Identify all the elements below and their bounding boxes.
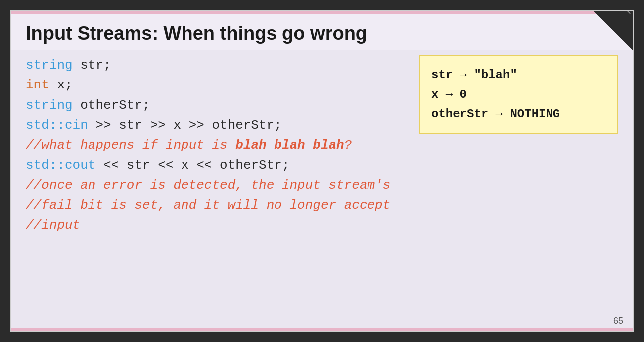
code-normal-4: >> str >> x >> otherStr; (88, 118, 282, 133)
code-block: string str; int x; string otherStr; std:… (26, 55, 409, 236)
code-line-1: string str; (26, 55, 409, 75)
code-normal-2: x; (49, 78, 73, 92)
code-line-8: //fail bit is set, and it will no longer… (26, 195, 409, 215)
keyword-string-2: string (26, 98, 73, 113)
comment-2: //once an error is detected, the input s… (26, 178, 390, 193)
code-line-5: //what happens if input is blah blah bla… (26, 135, 409, 155)
slide: Input Streams: When things go wrong stri… (10, 10, 634, 332)
fold-line (595, 11, 631, 14)
page-number: 65 (613, 316, 623, 326)
code-normal-3: otherStr; (73, 98, 150, 113)
keyword-string: string (26, 58, 73, 73)
keyword-cout: std::cout (26, 158, 95, 172)
code-line-3: string otherStr; (26, 95, 409, 115)
comment-1: //what happens if input is blah blah bla… (26, 138, 352, 153)
keyword-cin: std::cin (26, 118, 88, 133)
annotation-line-1: str → "blah" (431, 65, 606, 85)
code-section: string str; int x; string otherStr; std:… (26, 55, 409, 321)
keyword-int: int (26, 78, 49, 92)
code-line-2: int x; (26, 75, 409, 95)
annotation-box: str → "blah" x → 0 otherStr → NOTHING (419, 55, 618, 134)
code-line-6: std::cout << str << x << otherStr; (26, 155, 409, 175)
comment-3: //fail bit is set, and it will no longer… (26, 198, 390, 213)
code-line-9: //input (26, 215, 409, 235)
content-area: string str; int x; string otherStr; std:… (11, 50, 633, 331)
annotation-line-3: otherStr → NOTHING (431, 104, 606, 124)
comment-4: //input (26, 218, 80, 233)
slide-title: Input Streams: When things go wrong (26, 23, 618, 44)
slide-header: Input Streams: When things go wrong (11, 14, 633, 50)
fold-corner (593, 11, 633, 51)
comment-bold: blah blah blah (235, 138, 344, 153)
code-line-7: //once an error is detected, the input s… (26, 175, 409, 195)
code-normal-5: << str << x << otherStr; (95, 158, 289, 172)
code-line-4: std::cin >> str >> x >> otherStr; (26, 115, 409, 135)
annotation-line-2: x → 0 (431, 85, 606, 105)
code-normal: str; (73, 58, 111, 73)
